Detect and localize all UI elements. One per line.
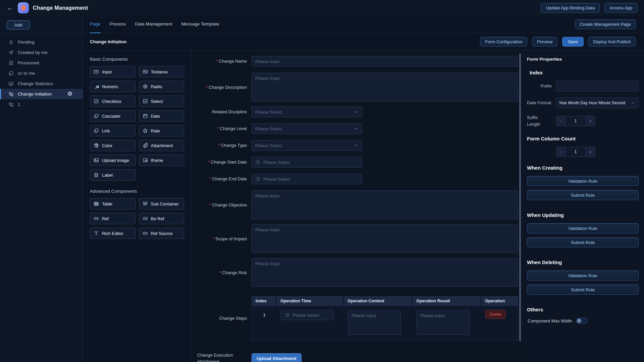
- component-attachment[interactable]: Attachment: [139, 140, 184, 151]
- sidebar-item-1[interactable]: 1: [0, 99, 83, 110]
- deleting-validation-rule-button[interactable]: Validation Rule: [527, 270, 639, 281]
- form-column-count-value[interactable]: [566, 147, 586, 157]
- component-upload-image[interactable]: Upload Image: [90, 155, 136, 166]
- calendar-icon: [143, 113, 148, 119]
- creating-submit-rule-button[interactable]: Submit Rule: [527, 190, 639, 200]
- change-start-date-picker[interactable]: Please Select: [252, 157, 362, 168]
- sidebar-item-change-statistics[interactable]: Change Statistics: [0, 78, 83, 89]
- deleting-submit-rule-button[interactable]: Submit Rule: [527, 285, 639, 295]
- col-index: Index: [252, 296, 276, 306]
- badge-check-icon: [8, 60, 14, 66]
- change-type-select[interactable]: Please Select: [252, 140, 362, 151]
- sidebar-item-change-initiation[interactable]: Change Initiation: [0, 89, 83, 99]
- update-app-binding-data-button[interactable]: Update App Binding Data: [541, 3, 600, 13]
- deploy-and-publish-button[interactable]: Deploy And Publish: [588, 37, 636, 47]
- tab-process[interactable]: Process: [110, 16, 126, 33]
- component-input[interactable]: Input: [90, 66, 136, 77]
- component-table[interactable]: Table: [90, 198, 136, 209]
- component-label[interactable]: Label: [90, 169, 136, 181]
- component-link[interactable]: Link: [90, 125, 136, 136]
- suffix-length-value[interactable]: [566, 116, 586, 126]
- save-button[interactable]: Save: [562, 37, 584, 47]
- create-management-page-button[interactable]: Create Management Page: [575, 19, 636, 29]
- component-textarea[interactable]: Textarea: [139, 66, 184, 77]
- canvas-scrollbar[interactable]: [519, 53, 521, 341]
- col-operation-content: Operation Content: [343, 296, 412, 306]
- field-change-execution-attachment: Change Execution Attachment Upload Attac…: [196, 352, 522, 362]
- component-radio[interactable]: Radio: [139, 81, 184, 92]
- top-bar: ← Change Management Update App Binding D…: [0, 0, 644, 16]
- steps-table-header: Index Operation Time Operation Content O…: [252, 296, 518, 306]
- sidebar-item-label: cc to me: [18, 71, 35, 76]
- chain-link-icon: [143, 231, 148, 236]
- component-max-width-toggle[interactable]: [576, 318, 588, 324]
- creating-validation-rule-button[interactable]: Validation Rule: [527, 176, 639, 186]
- updating-submit-rule-button[interactable]: Submit Rule: [527, 237, 639, 247]
- tab-page[interactable]: Page: [90, 16, 101, 33]
- required-mark: *: [213, 236, 214, 241]
- change-objective-textarea[interactable]: [252, 190, 518, 219]
- date-format-select[interactable]: Year Month Day Hour Minute Second: [556, 98, 639, 108]
- updating-validation-rule-button[interactable]: Validation Rule: [527, 223, 639, 233]
- settings-gear-icon[interactable]: [67, 91, 77, 98]
- component-ref-source[interactable]: Ref Source: [139, 228, 184, 239]
- change-description-textarea[interactable]: [252, 73, 518, 102]
- delete-step-button[interactable]: Delete: [485, 310, 505, 319]
- operation-content-textarea[interactable]: [348, 310, 401, 335]
- add-button[interactable]: Add: [7, 20, 30, 29]
- component-be-ref[interactable]: Be Ref: [139, 213, 184, 224]
- prefix-input[interactable]: [556, 81, 639, 92]
- change-level-select[interactable]: Please Select: [252, 123, 362, 134]
- preview-button[interactable]: Preview: [532, 37, 557, 47]
- component-iframe[interactable]: Iframe: [139, 155, 184, 166]
- component-color[interactable]: Color: [90, 140, 136, 151]
- tab-message-template[interactable]: Message Template: [181, 16, 219, 33]
- component-cascader[interactable]: Cascader: [90, 110, 136, 122]
- sidebar-item-created-by-me[interactable]: Created by me: [0, 47, 83, 58]
- label-icon: [94, 172, 99, 178]
- form-configuration-button[interactable]: Form Configuration: [480, 37, 527, 47]
- field-label: Change Name: [219, 59, 247, 64]
- field-change-name: *Change Name: [196, 56, 522, 67]
- field-label: Change Level: [220, 126, 247, 131]
- component-checkbox[interactable]: Checkbox: [90, 96, 136, 107]
- change-end-date-picker[interactable]: Please Select: [252, 174, 362, 184]
- sidebar-item-processed[interactable]: Processed: [0, 58, 83, 68]
- bell-icon: [8, 40, 14, 45]
- component-sub-container[interactable]: Sub Container: [139, 198, 184, 209]
- decrement-button[interactable]: −: [556, 116, 566, 126]
- col-operation-time: Operation Time: [276, 296, 343, 306]
- field-change-steps: Change Steps Index Operation Time Operat…: [196, 296, 522, 341]
- numeric-icon: [94, 84, 99, 89]
- sidebar-item-pending[interactable]: Pending: [0, 37, 83, 47]
- operation-time-picker[interactable]: Please Select: [281, 310, 334, 320]
- operation-result-textarea[interactable]: [417, 310, 470, 335]
- component-rich-editor[interactable]: Rich Editor: [90, 228, 136, 239]
- sidebar-item-cc-to-me[interactable]: cc to me: [0, 68, 83, 78]
- increment-button[interactable]: +: [586, 116, 595, 126]
- tab-data-management[interactable]: Data Management: [135, 16, 172, 33]
- field-change-description: *Change Description: [196, 73, 522, 103]
- form-properties-panel: Form Properties Index Prefix Date Format…: [522, 51, 644, 362]
- sidebar-item-label: Pending: [18, 40, 35, 45]
- suffix-length-stepper: − +: [556, 116, 595, 126]
- component-numeric[interactable]: Numeric: [90, 81, 136, 92]
- component-ref[interactable]: Ref: [90, 213, 136, 224]
- component-date[interactable]: Date: [139, 110, 184, 122]
- related-discipline-select[interactable]: Please Select: [252, 107, 362, 117]
- access-app-button[interactable]: Access App: [604, 3, 637, 13]
- sidebar: Add Pending Created by me Processed cc t…: [0, 16, 83, 362]
- increment-button[interactable]: +: [586, 147, 595, 157]
- field-label: Change End Date: [212, 176, 247, 181]
- change-risk-textarea[interactable]: [252, 258, 518, 287]
- field-label: Change Steps: [196, 315, 252, 322]
- change-name-input[interactable]: [252, 56, 518, 67]
- back-icon[interactable]: ←: [7, 4, 13, 12]
- component-rate[interactable]: Rate: [139, 125, 184, 136]
- decrement-button[interactable]: −: [556, 147, 566, 157]
- component-select[interactable]: Select: [139, 96, 184, 107]
- scope-of-impact-textarea[interactable]: [252, 224, 518, 253]
- date-format-row: Date Format Year Month Day Hour Minute S…: [527, 98, 639, 108]
- upload-attachment-button[interactable]: Upload Attachment: [252, 353, 302, 362]
- flow-icon: [8, 102, 14, 107]
